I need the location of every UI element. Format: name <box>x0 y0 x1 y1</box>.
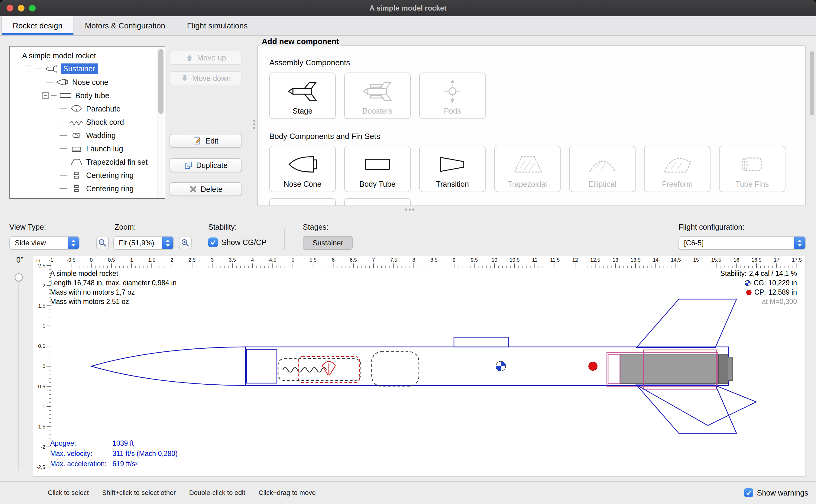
minimize-window-button[interactable] <box>18 5 24 11</box>
tree-row-centering-ring-2[interactable]: Centering ring <box>10 182 165 195</box>
pods-icon <box>436 76 469 107</box>
tree-row-sustainer[interactable]: − Sustainer <box>10 62 165 76</box>
add-nose-cone-button[interactable]: Nose Cone <box>269 146 336 192</box>
stability-text-value: 2,4 cal / 14,1 % <box>749 269 797 278</box>
flight-configuration-dropdown[interactable]: [C6-5] <box>678 236 806 250</box>
zoom-dropdown[interactable]: Fit (51,9%) <box>113 236 174 250</box>
nose-cone-component-icon <box>286 149 319 180</box>
tab-flight-simulations[interactable]: Flight simulations <box>176 16 259 35</box>
tree-row-launch-lug[interactable]: Launch lug <box>10 142 165 155</box>
collapse-toggle-icon[interactable]: − <box>26 66 32 72</box>
stage-icon <box>286 76 319 107</box>
show-cgcp-checkbox[interactable]: Show CG/CP <box>208 237 267 247</box>
shock-cord-icon <box>70 118 83 126</box>
zoom-out-button[interactable] <box>96 237 109 249</box>
transition-label: Transition <box>436 180 469 189</box>
tube-fins-label: Tube Fins <box>736 180 769 189</box>
checkbox-checked-icon <box>744 488 753 497</box>
tree-row-wadding[interactable]: Wadding <box>10 129 165 142</box>
panel-scrollbar[interactable] <box>809 39 815 210</box>
svg-text:16,5: 16,5 <box>752 257 762 263</box>
duplicate-label: Duplicate <box>196 161 228 170</box>
nose-cone-shape[interactable] <box>91 347 245 386</box>
horizontal-splitter-handle[interactable] <box>405 208 407 211</box>
tree-connector <box>60 175 67 176</box>
zoom-window-button[interactable] <box>29 5 36 11</box>
view-type-value: Side view <box>15 239 65 247</box>
component-card-partial[interactable] <box>269 198 336 206</box>
vertical-ruler: -2,5-2-1,5-1-0,500,511,522,5 <box>37 263 51 470</box>
svg-text:0: 0 <box>43 363 45 369</box>
svg-text:2,5: 2,5 <box>189 257 196 263</box>
tree-row-trapezoidal-fin-set[interactable]: Trapezoidal fin set <box>10 155 165 169</box>
max-acceleration-label: Max. acceleration: <box>50 459 112 468</box>
tab-motors-configuration[interactable]: Motors & Configuration <box>74 16 176 35</box>
edit-button[interactable]: Edit <box>170 134 242 148</box>
tree-row-root[interactable]: A simple model rocket <box>10 49 165 62</box>
duplicate-button[interactable]: Duplicate <box>170 158 242 172</box>
cp-legend-icon <box>746 289 752 296</box>
add-transition-button[interactable]: Transition <box>419 146 486 192</box>
motor-shape[interactable] <box>620 354 732 384</box>
hint-click-drag: Click+drag to move <box>259 489 316 497</box>
add-stage-button[interactable]: Stage <box>269 73 336 119</box>
svg-text:10: 10 <box>492 257 497 263</box>
show-cgcp-label: Show CG/CP <box>222 238 267 247</box>
svg-text:4,5: 4,5 <box>269 257 276 263</box>
elliptical-label: Elliptical <box>588 180 616 189</box>
apogee-label: Apogee: <box>50 439 112 448</box>
flight-data-block: Apogee: 1039 ft Max. velocity: 311 ft/s … <box>50 439 178 468</box>
tree-scrollbar[interactable] <box>157 47 165 198</box>
component-tree: A simple model rocket − Sustainer Nose c… <box>9 46 165 199</box>
flight-configuration-label: Flight configuration: <box>678 223 744 231</box>
delete-label: Delete <box>201 185 222 194</box>
close-window-button[interactable] <box>7 5 13 11</box>
tube-icon <box>70 198 83 199</box>
add-body-tube-button[interactable]: Body Tube <box>344 146 411 192</box>
rotation-slider-track[interactable] <box>18 270 19 470</box>
svg-text:5: 5 <box>291 257 294 263</box>
move-down-button: Move down <box>170 71 242 85</box>
svg-text:17,5: 17,5 <box>792 257 802 263</box>
zoom-label: Zoom: <box>115 223 136 231</box>
vertical-splitter-handle[interactable] <box>253 120 255 122</box>
view-type-dropdown[interactable]: Side view <box>9 236 79 250</box>
tree-row-partial[interactable] <box>10 195 165 199</box>
body-tube-label: Body Tube <box>359 180 396 189</box>
tree-row-centering-ring-1[interactable]: Centering ring <box>10 169 165 182</box>
delete-x-icon <box>189 185 197 193</box>
launch-lug-shape[interactable] <box>454 337 508 347</box>
tree-row-nose-cone[interactable]: Nose cone <box>10 76 165 89</box>
rocket-mass-empty-text: Mass with no motors 1,7 oz <box>50 288 176 297</box>
panel-scrollbar-thumb[interactable] <box>810 51 814 115</box>
show-warnings-label: Show warnings <box>757 489 808 497</box>
rocket-canvas[interactable]: in -1-0,500,511,522,533,544,555,566,577,… <box>33 256 805 477</box>
show-warnings-checkbox[interactable]: Show warnings <box>744 488 808 497</box>
svg-text:1,5: 1,5 <box>38 303 45 309</box>
stability-info-block: Stability: 2,4 cal / 14,1 % CG: 10,229 i… <box>720 269 797 306</box>
tree-item-label: Nose cone <box>72 78 108 87</box>
move-down-label: Move down <box>192 74 231 83</box>
tree-connector <box>60 135 67 136</box>
stage-sustainer-toggle[interactable]: Sustainer <box>303 236 353 250</box>
tree-root-label: A simple model rocket <box>22 51 96 60</box>
tree-row-shock-cord[interactable]: Shock cord <box>10 115 165 129</box>
tree-row-body-tube[interactable]: − Body tube <box>10 89 165 102</box>
component-card-partial[interactable] <box>344 198 411 206</box>
tab-rocket-design[interactable]: Rocket design <box>1 16 74 35</box>
svg-text:2: 2 <box>43 283 45 289</box>
rotation-slider-knob[interactable] <box>15 273 23 281</box>
collapse-toggle-icon[interactable]: − <box>42 92 49 99</box>
zoom-in-button[interactable] <box>179 237 192 249</box>
tree-row-parachute[interactable]: Parachute <box>10 102 165 115</box>
body-tube-component-icon <box>361 149 394 180</box>
svg-text:7: 7 <box>372 257 375 263</box>
trapezoidal-label: Trapezoidal <box>508 180 547 189</box>
tree-scrollbar-thumb[interactable] <box>158 49 164 114</box>
parachute-icon <box>70 105 83 113</box>
tree-item-label: Sustainer <box>61 63 98 74</box>
svg-text:1: 1 <box>130 257 133 263</box>
tree-connector <box>46 82 53 82</box>
delete-button[interactable]: Delete <box>170 182 242 196</box>
stability-label: Stability: <box>208 223 237 231</box>
